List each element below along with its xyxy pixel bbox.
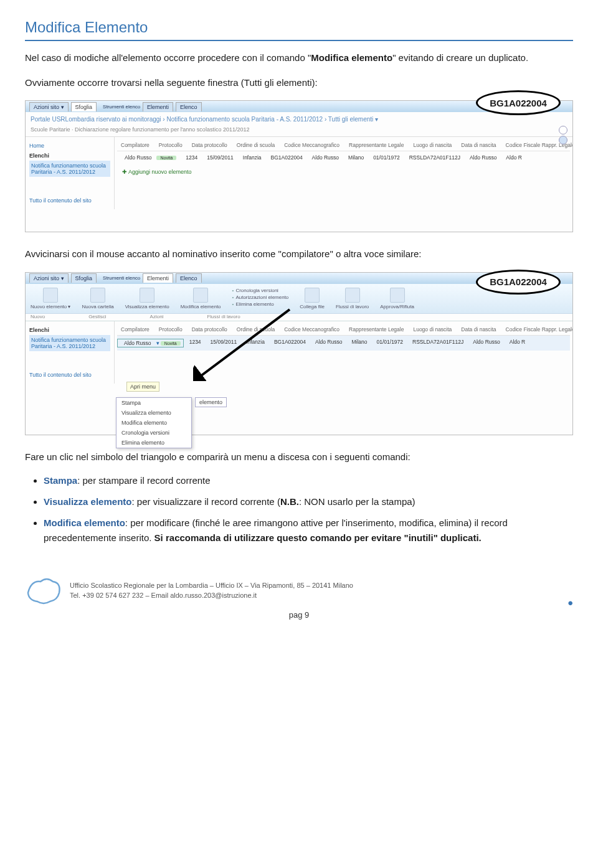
tab-elenco-2[interactable]: Elenco bbox=[176, 273, 202, 283]
sidebar-home[interactable]: Home bbox=[29, 141, 110, 151]
paragraph-3: Avvicinarsi con il mouse accanto al nomi… bbox=[25, 246, 573, 262]
ribbon-collega[interactable]: Collega file bbox=[300, 288, 325, 309]
sidebar-selected-item[interactable]: Notifica funzionamento scuola Paritaria … bbox=[29, 161, 110, 177]
bullet-1-text: : per stampare il record corrente bbox=[77, 475, 210, 486]
cell-luogo: Milano bbox=[344, 154, 368, 161]
help-icon[interactable] bbox=[559, 136, 567, 144]
cell-compilatore[interactable]: Aldo RussoNovità bbox=[117, 154, 180, 161]
search-icon[interactable] bbox=[559, 126, 567, 134]
cell2-ente: Aldo Russo bbox=[469, 339, 503, 347]
azioni-sito-button-2[interactable]: Azioni sito ▾ bbox=[29, 273, 69, 283]
context-extra-tip: elemento bbox=[195, 397, 227, 407]
sidebar-all-content-2[interactable]: Tutto il contenuto del sito bbox=[29, 370, 110, 380]
ribbon-flussi[interactable]: Flussi di lavoro bbox=[336, 288, 369, 309]
cell2-ordine: Infanzia bbox=[242, 339, 268, 347]
table-header: Compilatore Protocollo Data protocollo O… bbox=[117, 139, 570, 151]
ribbon-autorizzazioni[interactable]: Autorizzazioni elemento bbox=[232, 295, 289, 300]
tab-elementi[interactable]: Elementi bbox=[143, 102, 173, 111]
command-list: Stampa: per stampare il record corrente … bbox=[44, 473, 573, 545]
footer-text: Ufficio Scolastico Regionale per la Lomb… bbox=[70, 580, 353, 601]
ribbon-nuovo-elemento[interactable]: Nuovo elemento ▾ bbox=[31, 288, 70, 309]
col2-ordine[interactable]: Ordine di scuola bbox=[233, 326, 278, 333]
footer: Ufficio Scolastico Regionale per la Lomb… bbox=[25, 570, 573, 606]
ribbon-cronologia[interactable]: Cronologia versioni bbox=[232, 288, 289, 293]
table-row-selected[interactable]: Aldo Russo ▾Novità 1234 15/09/2011 Infan… bbox=[117, 336, 570, 351]
grp-azioni-label: Azioni bbox=[150, 314, 164, 319]
ribbon-group-labels: Nuovo Gestisci Azioni Flussi di lavoro bbox=[26, 314, 572, 321]
context-menu: Stampa Visualizza elemento Modifica elem… bbox=[116, 397, 192, 448]
col2-luogo[interactable]: Luogo di nascita bbox=[409, 326, 455, 333]
col2-compilatore[interactable]: Compilatore bbox=[117, 326, 153, 333]
footer-dot-icon: • bbox=[568, 600, 573, 606]
paragraph-1: Nel caso di modiche all'elemento occorre… bbox=[25, 50, 573, 66]
col-data-nascita[interactable]: Data di nascita bbox=[457, 142, 500, 148]
context-modifica[interactable]: Modifica elemento bbox=[116, 418, 191, 428]
bullet-2-text: : per visualizzare il record corrente ( bbox=[131, 496, 280, 507]
cell2-deno: Aldo R bbox=[506, 339, 529, 347]
grp-gestisci-label: Gestisci bbox=[88, 314, 106, 319]
cell-data-nasc: 01/01/1972 bbox=[369, 154, 404, 161]
page-number: pag 9 bbox=[25, 610, 573, 620]
col-luogo[interactable]: Luogo di nascita bbox=[409, 142, 455, 148]
list-main-2: Compilatore Protocollo Data protocollo O… bbox=[115, 321, 572, 384]
para1-strong: Modifica elemento bbox=[311, 52, 392, 63]
cell2-cf: RSSLDA72A01F112J bbox=[409, 339, 467, 347]
context-elimina[interactable]: Elimina elemento bbox=[116, 438, 191, 448]
new-folder-icon bbox=[90, 288, 105, 303]
col-data-protocollo[interactable]: Data protocollo bbox=[188, 142, 231, 148]
page-title: Modifica Elemento bbox=[25, 19, 573, 41]
cell-rappr: Aldo Russo bbox=[308, 154, 343, 161]
view-item-icon bbox=[140, 288, 154, 303]
edit-item-icon bbox=[193, 288, 208, 303]
add-new-item-button[interactable]: ✚ Aggiungi nuovo elemento bbox=[117, 164, 570, 180]
badge-novita-2: Novità bbox=[161, 341, 181, 346]
col-rappresentante[interactable]: Rappresentante Legale bbox=[345, 142, 407, 148]
col-compilatore[interactable]: Compilatore bbox=[117, 142, 153, 148]
table-row[interactable]: Aldo RussoNovità 1234 15/09/2011 Infanzi… bbox=[117, 151, 570, 164]
col2-data-prot[interactable]: Data protocollo bbox=[188, 326, 231, 333]
context-visualizza[interactable]: Visualizza elemento bbox=[116, 408, 191, 418]
bullet-2-label: Visualizza elemento bbox=[44, 496, 131, 507]
col2-rappr[interactable]: Rappresentante Legale bbox=[345, 326, 407, 333]
context-stampa[interactable]: Stampa bbox=[116, 398, 191, 408]
ribbon-modifica[interactable]: Modifica elemento bbox=[181, 288, 221, 309]
cell-ordine: Infanzia bbox=[239, 154, 265, 161]
breadcrumb[interactable]: Portale USRLombardia riservato ai monito… bbox=[26, 112, 572, 126]
azioni-sito-button[interactable]: Azioni sito ▾ bbox=[29, 102, 69, 111]
cell-protocollo: 1234 bbox=[182, 154, 201, 161]
cell-ente: Aldo Russo bbox=[466, 154, 500, 161]
cell2-data-nasc: 01/01/1972 bbox=[373, 339, 407, 347]
screenshot-1: Azioni sito ▾ Sfoglia Strumenti elenco E… bbox=[25, 100, 573, 232]
cell2-compilatore[interactable]: Aldo Russo ▾Novità bbox=[117, 339, 184, 347]
workflow-icon bbox=[345, 288, 360, 303]
ribbon-approva[interactable]: Approva/Rifiuta bbox=[380, 288, 414, 309]
sidebar-all-content[interactable]: Tutto il contenuto del sito bbox=[29, 196, 110, 205]
tab-sfoglia[interactable]: Sfoglia bbox=[71, 102, 97, 111]
para1-text-a: Nel caso di modiche all'elemento occorre… bbox=[25, 52, 311, 63]
col2-data-nasc[interactable]: Data di nascita bbox=[457, 326, 500, 333]
col-ordine[interactable]: Ordine di scuola bbox=[233, 142, 278, 148]
lombardia-logo-icon bbox=[25, 574, 62, 606]
sidebar-selected-item-2[interactable]: Notifica funzionamento scuola Paritaria … bbox=[29, 335, 110, 351]
bullet-2-text2: : NON usarlo per la stampa) bbox=[299, 496, 415, 507]
tab-elenco[interactable]: Elenco bbox=[176, 102, 202, 111]
cell2-rappr: Aldo Russo bbox=[311, 339, 346, 347]
approve-icon bbox=[390, 288, 405, 303]
tab-elementi-2[interactable]: Elementi bbox=[143, 273, 173, 283]
context-cronologia[interactable]: Cronologia versioni bbox=[116, 428, 191, 438]
ribbon-visualizza[interactable]: Visualizza elemento bbox=[125, 288, 169, 309]
screenshot-1-wrap: BG1A022004 Azioni sito ▾ Sfoglia Strumen… bbox=[25, 100, 573, 232]
tab-sfoglia-2[interactable]: Sfoglia bbox=[71, 273, 97, 283]
footer-line-2: Tel. +39 02 574 627 232 – Email aldo.rus… bbox=[70, 590, 353, 601]
col-protocollo[interactable]: Protocollo bbox=[155, 142, 186, 148]
tab-group-label-2: Strumenti elenco bbox=[103, 275, 140, 281]
col2-protocollo[interactable]: Protocollo bbox=[155, 326, 186, 333]
bullet-3-strong: Si raccomanda di utilizzare questo coman… bbox=[154, 532, 482, 543]
col2-codice[interactable]: Codice Meccanografico bbox=[280, 326, 343, 333]
ribbon-elimina[interactable]: Elimina elemento bbox=[232, 301, 289, 307]
col2-cf[interactable]: Codice Fiscale Rappr. Legale bbox=[502, 326, 572, 333]
ribbon-nuova-cartella[interactable]: Nuova cartella bbox=[82, 288, 113, 309]
screenshot-2-wrap: BG1A022004 Azioni sito ▾ Sfoglia Strumen… bbox=[25, 272, 573, 435]
col-codice[interactable]: Codice Meccanografico bbox=[280, 142, 343, 148]
cell2-data-prot: 15/09/2011 bbox=[207, 339, 241, 347]
